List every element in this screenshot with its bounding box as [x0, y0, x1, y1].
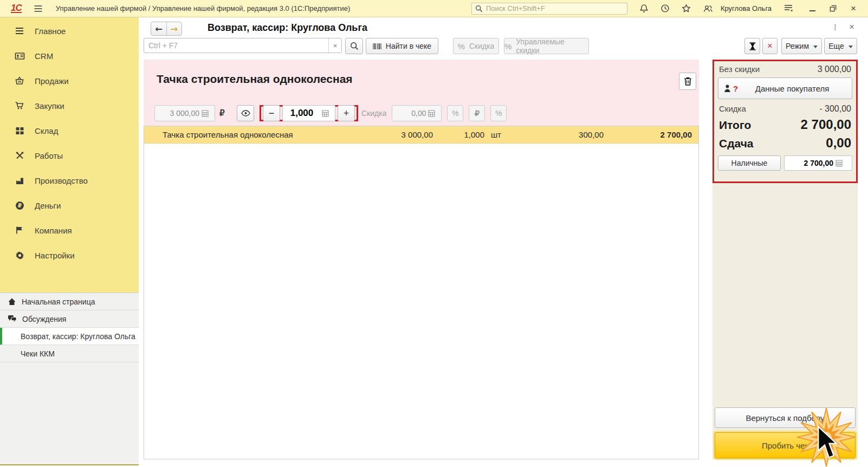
crm-icon [14, 51, 25, 60]
discount-percent-button[interactable]: % [447, 105, 463, 121]
change-label: Сдача [719, 137, 754, 150]
totals-highlighted-box: Без скидки 3 000,00 ? Данные покупателя … [712, 60, 858, 183]
form-close-icon[interactable]: × [849, 22, 854, 33]
discount-ruble-button[interactable]: ₽ [469, 105, 485, 121]
mode-dropdown[interactable]: Режим [781, 38, 822, 54]
sidebar-item-label: Настройки [35, 251, 75, 260]
form-title: Возврат, кассир: Круглова Ольга [208, 22, 367, 34]
discount-percent2-button[interactable]: % [490, 105, 507, 121]
forward-button[interactable]: → [166, 22, 182, 35]
window-close-icon[interactable]: × [851, 6, 856, 11]
cell-price: 3 000,00 [368, 130, 433, 139]
cancel-receipt-icon[interactable]: × [762, 38, 778, 54]
summary-discount-label: Скидка [719, 104, 746, 113]
managed-discounts-label: Управляемые скидки [516, 37, 588, 55]
sidebar-item-label: Деньги [35, 201, 61, 210]
basket-icon [14, 76, 25, 85]
sidebar-item-production[interactable]: Производство [0, 168, 139, 193]
postpone-receipt-button[interactable] [744, 38, 760, 54]
sidebar-item-sales[interactable]: Продажи [0, 68, 139, 93]
price-field [154, 105, 215, 121]
sidebar-item-label: Склад [35, 126, 58, 135]
cell-product-name: Тачка строительная одноколесная [144, 130, 368, 139]
cart-icon [14, 101, 25, 110]
row-discount-input [392, 108, 427, 118]
table-row[interactable]: Тачка строительная одноколесная 3 000,00… [144, 126, 698, 144]
more-dropdown[interactable]: Еще [824, 38, 857, 54]
calculator-icon[interactable] [200, 110, 211, 117]
clear-search-icon[interactable]: × [328, 38, 341, 53]
history-icon[interactable] [660, 4, 670, 13]
product-search-input[interactable] [144, 38, 328, 53]
row-discount-label: Скидка [361, 109, 386, 118]
eye-icon [241, 110, 250, 116]
calculator-icon[interactable] [321, 110, 332, 117]
sidebar-item-main[interactable]: Главное [0, 18, 139, 43]
maximize-icon[interactable] [830, 5, 837, 12]
nav-item-return-receipt[interactable]: Возврат, кассир: Круглова Ольга [0, 328, 139, 345]
price-visibility-button[interactable] [237, 105, 254, 121]
sidebar-item-company[interactable]: Компания [0, 218, 139, 243]
managed-discounts-button[interactable]: % Управляемые скидки [504, 38, 589, 54]
sidebar-item-works[interactable]: Работы [0, 143, 139, 168]
search-button[interactable] [345, 38, 363, 54]
payment-amount-input[interactable] [785, 158, 834, 168]
more-dots-icon[interactable]: ⁞ [834, 23, 837, 33]
receipt-items-table: Тачка строительная одноколесная 3 000,00… [144, 126, 699, 459]
cash-payment-button[interactable]: Наличные [718, 155, 781, 171]
search-icon [350, 42, 359, 50]
sidebar-item-crm[interactable]: CRM [0, 43, 139, 68]
service-menu-icon[interactable] [783, 4, 793, 12]
find-in-receipt-button[interactable]: Найти в чеке [366, 38, 438, 54]
print-receipt-button[interactable]: Пробить чек [715, 432, 856, 458]
notifications-bell-icon[interactable] [639, 4, 649, 13]
sidebar-item-settings[interactable]: Настройки [0, 243, 139, 268]
quantity-control-highlighted: − + [260, 105, 358, 121]
factory-icon [14, 177, 25, 185]
back-to-selection-button[interactable]: Вернуться к подбору [715, 407, 856, 428]
favorites-star-icon[interactable] [682, 4, 691, 13]
total-value: 2 700,00 [801, 117, 851, 132]
more-label: Еще [828, 42, 844, 50]
nav-item-kkm-receipts[interactable]: Чеки ККМ [0, 345, 139, 362]
gear-icon [14, 251, 25, 260]
quantity-minus-button[interactable]: − [263, 105, 280, 121]
row-discount-field [392, 105, 442, 121]
discount-button[interactable]: % Скидка [453, 38, 499, 54]
change-value: 0,00 [826, 135, 851, 151]
sections-sidebar: Главное CRM Продажи Закупки Склад Работы… [0, 17, 139, 293]
back-button[interactable]: ← [151, 22, 166, 35]
current-user-name[interactable]: Круглова Ольга [721, 4, 772, 12]
home-icon [8, 297, 16, 306]
open-windows-nav: Начальная страница Обсуждения Возврат, к… [0, 293, 139, 464]
customer-data-button[interactable]: ? Данные покупателя [718, 77, 852, 99]
quantity-field[interactable] [282, 105, 335, 121]
percent-icon: % [458, 42, 465, 51]
quantity-input[interactable] [283, 107, 321, 119]
quantity-plus-button[interactable]: + [338, 105, 355, 121]
no-discount-value: 3 000,00 [818, 64, 851, 74]
sidebar-item-warehouse[interactable]: Склад [0, 118, 139, 143]
chevron-down-icon [848, 46, 853, 48]
customer-data-label: Данные покупателя [738, 84, 846, 93]
users-icon[interactable] [703, 4, 713, 13]
calculator-icon[interactable] [834, 160, 845, 167]
sidebar-item-label: Производство [35, 176, 88, 185]
minimize-icon[interactable] [809, 10, 815, 11]
global-search-input[interactable]: Поиск Ctrl+Shift+F [471, 3, 627, 15]
customer-question-mark: ? [733, 84, 738, 93]
percent-icon: % [504, 42, 511, 51]
sidebar-item-label: Главное [35, 27, 66, 36]
menu-icon [14, 27, 25, 35]
main-menu-icon[interactable] [34, 5, 43, 12]
product-search-field[interactable]: × [144, 38, 342, 53]
nav-item-discussions[interactable]: Обсуждения [0, 310, 139, 328]
sidebar-item-purchases[interactable]: Закупки [0, 93, 139, 118]
sidebar-item-money[interactable]: ₽ Деньги [0, 193, 139, 218]
payment-amount-field[interactable] [784, 155, 852, 171]
delete-row-button[interactable] [679, 73, 696, 90]
nav-item-home[interactable]: Начальная страница [0, 293, 139, 310]
summary-discount-value: - 300,00 [819, 104, 851, 114]
cell-quantity: 1,000 [433, 130, 484, 139]
nav-item-label: Возврат, кассир: Круглова Ольга [21, 332, 135, 341]
